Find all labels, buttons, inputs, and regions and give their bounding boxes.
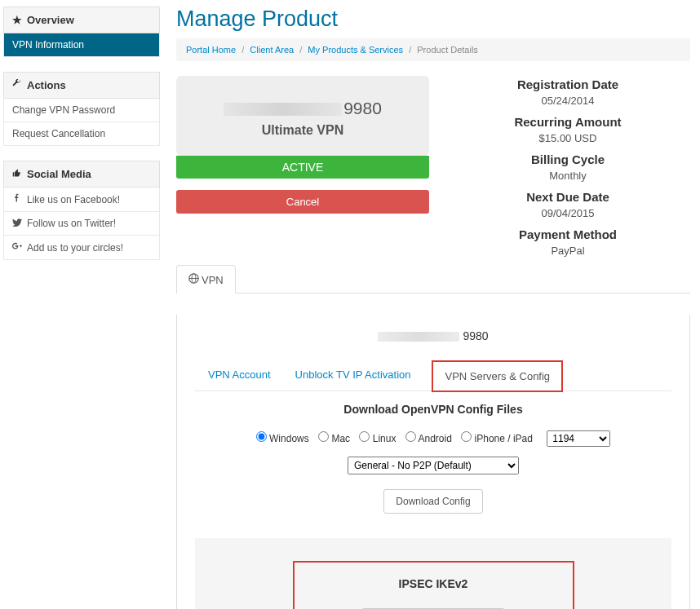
registration-date-value: 05/24/2014 — [445, 95, 690, 107]
account-id-suffix: 9980 — [463, 329, 488, 342]
server-select[interactable]: General - No P2P (Default) — [348, 457, 519, 474]
product-name: Ultimate VPN — [184, 123, 421, 138]
inner-tabs: VPN Account Unblock TV IP Activation VPN… — [195, 360, 671, 391]
sidebar-item-googleplus[interactable]: Add us to your circles! — [3, 236, 160, 260]
product-id: 9980 — [184, 99, 421, 118]
tab-vpn-label: VPN — [202, 274, 224, 286]
payment-method-label: Payment Method — [445, 227, 690, 241]
social-title: Social Media — [27, 168, 91, 180]
os-iphone-radio[interactable] — [461, 431, 472, 442]
os-android[interactable]: Android — [405, 433, 452, 444]
sidebar-item-label: Follow us on Twitter! — [27, 218, 116, 229]
star-icon: ★ — [12, 14, 22, 26]
breadcrumb-client[interactable]: Client Area — [250, 45, 294, 55]
os-linux[interactable]: Linux — [359, 433, 396, 444]
sidebar-item-change-password[interactable]: Change VPN Password — [3, 99, 160, 122]
tab-bar: VPN — [176, 265, 690, 293]
cancel-button[interactable]: Cancel — [176, 190, 429, 214]
overview-header: ★ Overview — [3, 7, 160, 33]
account-id-row: 9980 — [195, 329, 671, 342]
tab-vpn[interactable]: VPN — [176, 265, 236, 293]
product-card: 9980 Ultimate VPN ACTIVE Cancel — [176, 76, 429, 265]
social-panel: Social Media Like us on Facebook! Follow… — [3, 161, 160, 260]
globe-icon — [188, 273, 198, 286]
breadcrumb-current: Product Details — [417, 45, 478, 55]
recurring-amount-label: Recurring Amount — [445, 115, 690, 129]
product-id-suffix: 9980 — [343, 99, 382, 117]
os-mac[interactable]: Mac — [318, 433, 350, 444]
sidebar-item-vpn-information[interactable]: VPN Information — [3, 33, 160, 57]
overview-title: Overview — [27, 14, 74, 26]
status-badge: ACTIVE — [176, 156, 429, 179]
sidebar-item-facebook[interactable]: Like us on Facebook! — [3, 188, 160, 212]
os-row: Windows Mac Linux Android iPhone / iPad … — [195, 430, 671, 447]
google-plus-icon — [12, 241, 22, 254]
os-windows[interactable]: Windows — [256, 433, 309, 444]
next-due-date-label: Next Due Date — [445, 190, 690, 204]
inner-tab-unblock[interactable]: Unblock TV IP Activation — [292, 360, 414, 391]
wrench-icon — [12, 79, 22, 91]
social-header: Social Media — [3, 161, 160, 188]
sidebar-item-twitter[interactable]: Follow us on Twitter! — [3, 212, 160, 236]
thumbs-up-icon — [12, 168, 22, 180]
breadcrumb-sep: / — [299, 45, 302, 55]
sidebar-item-label: Add us to your circles! — [27, 242, 123, 254]
page-title: Manage Product — [176, 7, 690, 32]
os-android-radio[interactable] — [405, 431, 416, 442]
billing-info: Registration Date 05/24/2014 Recurring A… — [445, 76, 690, 265]
breadcrumb-sep: / — [409, 45, 411, 55]
actions-panel: Actions Change VPN Password Request Canc… — [3, 72, 160, 146]
download-title: Download OpenVPN Config Files — [195, 403, 671, 416]
overview-panel: ★ Overview VPN Information — [3, 7, 160, 57]
sidebar-item-label: Change VPN Password — [12, 104, 115, 116]
breadcrumb-products[interactable]: My Products & Services — [308, 45, 403, 55]
sidebar-item-label: Request Cancellation — [12, 128, 105, 139]
recurring-amount-value: $15.00 USD — [445, 132, 690, 144]
actions-header: Actions — [3, 72, 160, 99]
next-due-date-value: 09/04/2015 — [445, 207, 690, 219]
port-select[interactable]: 1194 — [547, 430, 610, 447]
facebook-icon — [12, 193, 22, 205]
os-windows-radio[interactable] — [256, 431, 267, 442]
os-linux-radio[interactable] — [359, 431, 370, 442]
actions-title: Actions — [27, 79, 66, 91]
breadcrumb-portal[interactable]: Portal Home — [186, 45, 236, 55]
twitter-icon — [12, 218, 22, 229]
payment-method-value: PayPal — [445, 245, 690, 257]
download-config-button[interactable]: Download Config — [383, 489, 482, 514]
ipsec-highlight: IPSEC IKEv2 Download IKEv2 Certificate — [293, 561, 574, 609]
billing-cycle-value: Monthly — [445, 170, 690, 182]
billing-cycle-label: Billing Cycle — [445, 152, 690, 166]
redacted-block — [224, 103, 342, 116]
ipsec-box: IPSEC IKEv2 Download IKEv2 Certificate — [195, 538, 671, 609]
sidebar-item-label: VPN Information — [12, 39, 84, 51]
vpn-tab-panel: 9980 VPN Account Unblock TV IP Activatio… — [176, 315, 690, 609]
redacted-block — [378, 332, 459, 342]
breadcrumb: Portal Home / Client Area / My Products … — [176, 38, 690, 61]
inner-tab-account[interactable]: VPN Account — [205, 360, 274, 391]
inner-tab-servers[interactable]: VPN Servers & Config — [432, 360, 563, 392]
registration-date-label: Registration Date — [445, 77, 690, 91]
os-mac-radio[interactable] — [318, 431, 329, 442]
sidebar-item-request-cancellation[interactable]: Request Cancellation — [3, 122, 160, 146]
breadcrumb-sep: / — [241, 45, 244, 55]
tab-bar-filler — [236, 265, 690, 293]
ipsec-title: IPSEC IKEv2 — [303, 577, 565, 590]
os-iphone[interactable]: iPhone / iPad — [461, 433, 533, 444]
sidebar-item-label: Like us on Facebook! — [27, 194, 120, 205]
